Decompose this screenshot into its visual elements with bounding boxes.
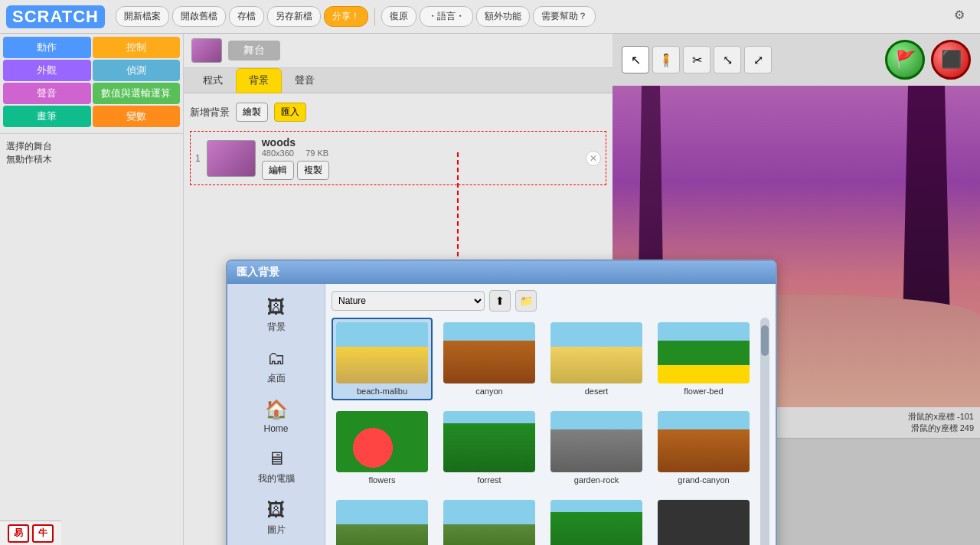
mouse-y-label: 滑鼠的y座標	[911, 423, 958, 432]
category-select[interactable]: Nature Space Indoors Outdoors Sports	[332, 291, 485, 311]
undo-button[interactable]: 復原	[381, 6, 416, 27]
stage-header: 舞台	[184, 34, 612, 68]
backdrop-dimensions: 480x360 79 KB	[262, 148, 580, 158]
image-thumb-forrest	[443, 411, 535, 472]
image-label-grand-canyon: grand-canyon	[678, 475, 729, 485]
image-item-desert[interactable]: desert	[546, 318, 647, 400]
image-item-flowers[interactable]: flowers	[332, 406, 433, 489]
tabs-bar: 程式 背景 聲音	[184, 68, 612, 93]
image-item-grand-canyon[interactable]: grand-canyon	[653, 406, 754, 489]
image-item-flower-bed[interactable]: flower-bed	[653, 318, 754, 400]
backdrop-number: 1	[195, 153, 201, 164]
backdrop-area: 新增背景 繪製 匯入 1 woods 480x360 79 KB 編輯	[184, 93, 612, 191]
block-cat-pen[interactable]: 畫筆	[3, 106, 91, 127]
image-item-hills2[interactable]: hills2	[439, 495, 540, 545]
scissor-tool-button[interactable]: ✂	[683, 46, 710, 73]
image-item-dark-surface[interactable]: dark-surface	[653, 495, 754, 545]
upload-button[interactable]: ⬆	[489, 290, 511, 312]
green-flag-button[interactable]: 🚩	[885, 40, 925, 80]
image-thumb-flowers	[336, 411, 428, 472]
block-cat-sound[interactable]: 聲音	[3, 83, 91, 104]
language-button[interactable]: ・語言・	[420, 6, 473, 27]
cursor-tool-button[interactable]: ↖	[622, 46, 649, 73]
toolbar: SCRATCH 開新檔案 開啟舊檔 存檔 另存新檔 分享！ 復原 ・語言・ 額外…	[0, 0, 980, 34]
cursor-tools: ↖ 🧍 ✂ ⤡ ⤢	[622, 46, 772, 73]
help-button[interactable]: 需要幫助？	[533, 6, 596, 27]
sidebar-item-background[interactable]: 🖼 背景	[230, 290, 322, 340]
selected-stage-info: 選擇的舞台 無動作積木	[0, 133, 183, 172]
save-as-button[interactable]: 另存新檔	[267, 6, 321, 27]
edit-backdrop-button[interactable]: 編輯	[262, 161, 294, 180]
share-button[interactable]: 分享！	[324, 6, 368, 27]
sidebar-item-background-label: 背景	[267, 321, 286, 334]
new-backdrop-label: 新增背景	[190, 106, 230, 119]
image-item-canyon[interactable]: canyon	[439, 318, 540, 400]
block-cat-variables[interactable]: 變數	[93, 106, 181, 127]
import-backdrop-button[interactable]: 匯入	[274, 103, 306, 122]
expand-tool-button[interactable]: ⤡	[714, 46, 741, 73]
draw-backdrop-button[interactable]: 繪製	[236, 103, 268, 122]
block-cat-sensing[interactable]: 偵測	[93, 60, 181, 81]
lang-easy-button[interactable]: 易	[8, 524, 29, 543]
backdrop-info: woods 480x360 79 KB 編輯 複製	[262, 136, 580, 180]
scrollbar-thumb[interactable]	[761, 325, 769, 356]
image-thumb-grand-canyon	[658, 411, 750, 472]
sidebar-item-pictures[interactable]: 🖼 圖片	[230, 493, 322, 543]
image-label-canyon: canyon	[475, 387, 502, 396]
bottom-bar: 易 牛	[0, 521, 61, 545]
image-label-flowers: flowers	[369, 475, 396, 485]
open-file-button[interactable]: 開啟舊檔	[172, 6, 226, 27]
extra-button[interactable]: 額外功能	[476, 6, 530, 27]
backdrop-actions: 編輯 複製	[262, 161, 580, 180]
home-icon: 🏠	[265, 399, 288, 420]
block-cat-control[interactable]: 控制	[93, 37, 181, 58]
sidebar-item-mycomputer[interactable]: 🖥 我的電腦	[230, 442, 322, 491]
image-item-forest-path[interactable]: forest-path	[546, 495, 647, 545]
tab-scripts[interactable]: 程式	[190, 68, 236, 93]
person-tool-button[interactable]: 🧍	[652, 46, 680, 73]
stage-thumbnail	[191, 38, 222, 63]
mouse-y-value: 249	[960, 423, 974, 432]
import-dialog-title: 匯入背景	[227, 261, 776, 284]
left-panel: 動作 控制 外觀 偵測 聲音 數值與選輸運算 畫筆 變數 選擇的舞台 無動作積木	[0, 34, 184, 545]
playback-controls: 🚩 ⬛	[885, 40, 971, 80]
backdrop-name: woods	[262, 136, 580, 148]
backdrop-thumbnail	[207, 140, 256, 177]
image-label-forrest: forrest	[477, 475, 501, 485]
scrollbar-track[interactable]	[760, 318, 769, 545]
sidebar-item-mycomputer-label: 我的電腦	[258, 472, 295, 485]
image-item-beach-malibu[interactable]: beach-malibu	[332, 318, 433, 400]
lang-traditional-button[interactable]: 牛	[32, 524, 54, 543]
tab-backdrops[interactable]: 背景	[236, 68, 282, 93]
copy-backdrop-button[interactable]: 複製	[297, 161, 329, 180]
main-layout: 動作 控制 外觀 偵測 聲音 數值與選輸運算 畫筆 變數 選擇的舞台 無動作積木…	[0, 34, 980, 545]
block-cat-looks[interactable]: 外觀	[3, 60, 91, 81]
image-item-forrest[interactable]: forrest	[439, 406, 540, 489]
image-thumb-flower-bed	[658, 322, 750, 383]
tab-sounds[interactable]: 聲音	[282, 68, 328, 93]
dialog-toolbar: Nature Space Indoors Outdoors Sports ⬆ 📁	[332, 290, 769, 312]
settings-icon[interactable]: ⚙	[954, 8, 965, 22]
sidebar-item-pictures-label: 圖片	[267, 524, 286, 537]
image-label-desert: desert	[585, 387, 609, 396]
sidebar-item-desktop[interactable]: 🗂 桌面	[230, 341, 322, 391]
dialog-sidebar: 🖼 背景 🗂 桌面 🏠 Home 🖥 我的電腦	[227, 284, 325, 545]
image-thumb-beach-malibu	[336, 322, 428, 383]
image-thumb-garden-rock	[550, 411, 642, 472]
image-label-flower-bed: flower-bed	[684, 387, 723, 396]
save-button[interactable]: 存檔	[229, 6, 264, 27]
image-item-garden-rock[interactable]: garden-rock	[546, 406, 647, 489]
folder-button[interactable]: 📁	[515, 290, 537, 312]
image-item-hills[interactable]: hills	[332, 495, 433, 545]
image-grid: beach-malibu canyon desert	[332, 318, 757, 545]
import-dialog-body: 🖼 背景 🗂 桌面 🏠 Home 🖥 我的電腦	[227, 284, 776, 545]
new-backdrop-row: 新增背景 繪製 匯入	[190, 100, 606, 125]
delete-backdrop-button[interactable]: ✕	[586, 151, 601, 166]
stop-button[interactable]: ⬛	[931, 40, 971, 80]
new-file-button[interactable]: 開新檔案	[116, 6, 169, 27]
block-cat-motion[interactable]: 動作	[3, 37, 91, 58]
block-cat-operators[interactable]: 數值與選輸運算	[93, 83, 181, 104]
shrink-tool-button[interactable]: ⤢	[744, 46, 772, 73]
image-label-garden-rock: garden-rock	[574, 475, 619, 485]
sidebar-item-home[interactable]: 🏠 Home	[230, 393, 322, 440]
